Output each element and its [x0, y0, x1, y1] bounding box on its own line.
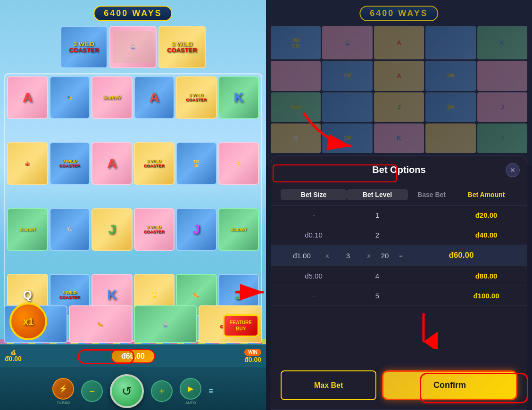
win-value: đ0.00: [244, 356, 261, 363]
row1-amount: đ20.00: [455, 211, 517, 219]
minus-button[interactable]: −: [81, 380, 103, 402]
bet-value: đ60.00: [121, 352, 145, 361]
reel-r3c4: 3 WILDCOASTER: [134, 208, 175, 251]
auto-label: AUTO: [185, 401, 196, 405]
turbo-wrapper: ⚡ TURBO: [52, 378, 74, 405]
bet-stat-highlighted[interactable]: đ60.00: [111, 349, 155, 363]
multiplier-badge: x1: [9, 303, 47, 340]
row3-base: 20: [373, 252, 397, 260]
reel-r1c4: A: [134, 76, 175, 119]
table-headers: Bet Size Bet Level Base Bet Bet Amount: [271, 184, 527, 205]
annotation-arrow-right: [233, 278, 266, 306]
bot-reel-2: 🌭: [69, 305, 133, 343]
header-bet-level: Bet Level: [347, 189, 408, 200]
row2-size: đ0.10: [281, 231, 347, 239]
game-bottom-bar: 💰 đ0.00 đ60.00 WIN đ0.00 ⚡ TURBO − ↺ +: [0, 344, 266, 410]
reel-r3c1: ScatteR: [7, 208, 48, 251]
left-ways-banner: 6400 WAYS: [93, 6, 172, 21]
reel-r3c3: J: [91, 208, 133, 251]
reel-r1c3: ScatteR: [91, 76, 133, 119]
annotation-arrow-down-confirm: [409, 311, 438, 349]
row3-level: 3: [332, 252, 365, 260]
bet-row-3-selected[interactable]: đ1.00 x 3 x 20 = đ60.00: [271, 245, 527, 266]
win-stat: WIN đ0.00: [244, 349, 261, 363]
left-game-panel: 6400 WAYS 3 WILD COASTER 🎡 3 WILD COASTE…: [0, 0, 266, 410]
row5-amount: đ100.00: [455, 292, 517, 300]
bet-row-5[interactable]: - 5 đ100.00: [271, 286, 527, 306]
row2-amount: đ40.00: [455, 231, 517, 239]
reel-r2c2: 3 WILDCOASTER: [50, 142, 91, 185]
row4-size: đ5.00: [281, 272, 347, 280]
row5-level: 5: [347, 292, 408, 300]
top-reel-3: 3 WILD COASTER: [158, 26, 206, 68]
modal-header: Bet Options ✕: [271, 156, 527, 184]
reel-r1c2: 🎭: [50, 76, 91, 119]
reel-r3c2: 🎠: [50, 208, 91, 251]
game-controls: ⚡ TURBO − ↺ + ▶ AUTO ≡: [0, 367, 266, 410]
bet-row-4[interactable]: đ5.00 4 đ80.00: [271, 266, 527, 286]
reel-r1c6: K: [218, 76, 259, 119]
top-reel-2: 🎡: [109, 26, 157, 68]
reel-r3c5: J: [176, 208, 217, 251]
balance-value: đ0.00: [5, 355, 22, 362]
reel-r2c1: 🎪: [7, 142, 48, 185]
row3-x1: x: [323, 252, 332, 259]
reel-r2c6: ⚡: [218, 142, 259, 185]
menu-button[interactable]: ≡: [208, 386, 214, 396]
reel-r3c6: ScatteR: [218, 208, 259, 251]
balance-stat: 💰 đ0.00: [5, 350, 22, 362]
row4-amount: đ80.00: [455, 272, 517, 280]
bet-table: - 1 đ20.00 đ0.10 2 đ40.00 đ1.00 x 3 x 20…: [271, 205, 527, 363]
reel-r2c3: A: [91, 142, 133, 185]
header-bet-size: Bet Size: [281, 189, 347, 200]
row3-size: đ1.00: [281, 252, 323, 260]
spin-button[interactable]: ↺: [110, 374, 144, 408]
reel-r1c5: 3 WILDCOASTER: [176, 76, 217, 119]
reel-r2c4: 3 WILDCOASTER: [134, 142, 175, 185]
row2-level: 2: [347, 231, 408, 239]
turbo-button[interactable]: ⚡: [52, 378, 74, 400]
modal-buttons: Max Bet Confirm: [271, 363, 527, 410]
auto-wrapper: ▶ AUTO: [180, 378, 201, 405]
bet-row-2[interactable]: đ0.10 2 đ40.00: [271, 225, 527, 245]
top-reel-1: 3 WILD COASTER: [60, 26, 108, 68]
row3-amount: đ60.00: [405, 251, 517, 260]
modal-title: Bet Options: [372, 164, 425, 175]
close-icon: ✕: [510, 166, 515, 174]
confirm-button[interactable]: Confirm: [382, 370, 517, 400]
auto-button[interactable]: ▶: [180, 378, 201, 400]
stats-bar: 💰 đ0.00 đ60.00 WIN đ0.00: [0, 344, 266, 367]
header-base-bet: Base Bet: [408, 189, 455, 200]
turbo-label: TURBO: [57, 401, 70, 405]
right-ways-banner: 6400 WAYS: [359, 6, 438, 21]
row3-eq: =: [397, 252, 405, 259]
header-bet-amount: Bet Amount: [455, 189, 517, 200]
feature-buy-button[interactable]: FEATUREBUY: [223, 314, 259, 337]
reel-r1c1: A: [7, 76, 48, 119]
row1-size: -: [281, 211, 347, 219]
modal-close-button[interactable]: ✕: [506, 163, 520, 177]
right-panel: 6400 WAYS 3WCO 🎡 A K 3W A 3W Scat J 3W J…: [266, 0, 532, 410]
win-badge: WIN: [244, 349, 261, 356]
plus-button[interactable]: +: [151, 380, 173, 402]
max-bet-button[interactable]: Max Bet: [281, 370, 376, 400]
bet-row-1[interactable]: - 1 đ20.00: [271, 205, 527, 225]
annotation-arrow-down-right: [294, 104, 365, 151]
row5-size: -: [281, 292, 347, 300]
row1-level: 1: [347, 211, 408, 219]
row3-x2: x: [365, 252, 373, 259]
bet-options-modal: Bet Options ✕ Bet Size Bet Level Base Be…: [271, 156, 527, 410]
row4-level: 4: [347, 272, 408, 280]
bot-reel-3: 🎡: [134, 305, 198, 343]
reel-r2c5: TIX🎫: [176, 142, 217, 185]
